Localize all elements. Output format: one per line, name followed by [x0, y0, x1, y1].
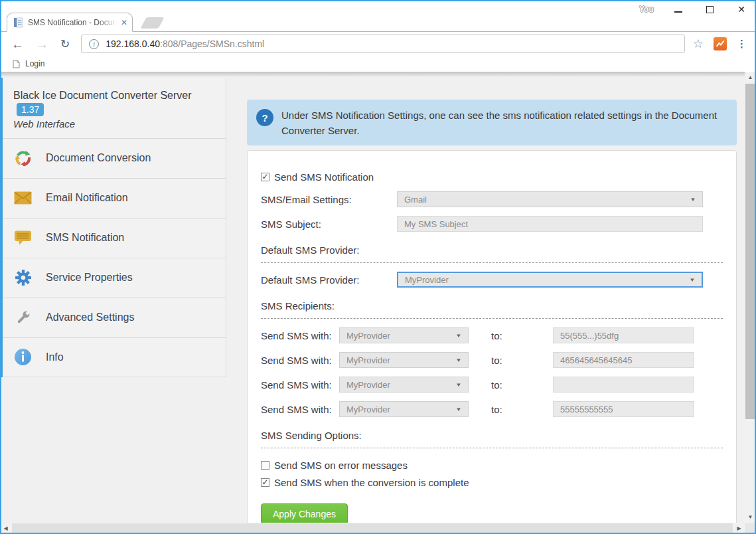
send-sms-on-complete-label: Send SMS when the conversion is complete	[274, 477, 469, 488]
recipient-number-input[interactable]	[553, 327, 694, 343]
send-sms-with-label: Send SMS with:	[261, 355, 334, 366]
back-icon[interactable]: ←	[11, 38, 24, 50]
envelope-icon	[14, 189, 32, 207]
sms-subject-label: SMS Subject:	[261, 219, 397, 230]
recipient-row: Send SMS with: MyProvider ▼ to:	[261, 327, 723, 343]
check-icon: ✓	[262, 478, 268, 486]
send-sms-with-label: Send SMS with:	[261, 379, 334, 391]
recipient-provider-value: MyProvider	[346, 404, 390, 414]
recipient-number-input[interactable]	[553, 401, 694, 417]
wrench-icon	[14, 309, 32, 327]
minimize-icon[interactable]	[674, 11, 682, 13]
sidebar-item-label: Service Properties	[46, 272, 133, 284]
browser-menu-icon[interactable]: ⋮	[737, 38, 747, 50]
sms-bubble-icon	[14, 229, 32, 247]
tab-title: SMS Notification - Docur	[28, 18, 118, 27]
maximize-icon[interactable]	[706, 6, 714, 13]
sidebar-item-label: Email Notification	[46, 192, 128, 204]
recipient-provider-dropdown[interactable]: MyProvider ▼	[339, 352, 469, 368]
vertical-scrollbar-thumb[interactable]	[745, 84, 755, 419]
reload-icon[interactable]: ↻	[60, 39, 70, 50]
conversion-arrows-icon	[14, 149, 32, 167]
recipient-number-input[interactable]	[553, 377, 694, 393]
sidebar-item-email-notification[interactable]: Email Notification	[3, 178, 226, 218]
to-label: to:	[491, 355, 553, 366]
new-tab-button[interactable]	[140, 17, 164, 29]
sidebar-item-document-conversion[interactable]: Document Conversion	[3, 138, 226, 178]
forward-icon[interactable]: →	[36, 38, 48, 50]
extension-icon[interactable]	[714, 37, 727, 50]
app-title: Black Ice Document Converter Server	[13, 90, 192, 101]
browser-toolbar: ← → ↻ i 192.168.0.40 :808/Pages/SMSn.csh…	[0, 31, 756, 56]
sms-email-settings-value: Gmail	[404, 195, 427, 205]
recipient-provider-value: MyProvider	[346, 331, 390, 341]
to-label: to:	[491, 330, 553, 341]
sidebar-item-info[interactable]: Info	[3, 337, 226, 377]
send-sms-with-label: Send SMS with:	[261, 404, 334, 415]
sms-email-settings-dropdown[interactable]: Gmail ▼	[397, 191, 703, 207]
sidebar-item-advanced-settings[interactable]: Advanced Settings	[3, 298, 226, 337]
send-sms-notification-label: Send SMS Notification	[274, 171, 374, 183]
sms-subject-input[interactable]	[397, 216, 703, 232]
recipient-row: Send SMS with: MyProvider ▼ to:	[261, 401, 723, 417]
recipient-row: Send SMS with: MyProvider ▼ to:	[261, 352, 723, 368]
tab-close-icon[interactable]: ✕	[121, 18, 127, 27]
send-sms-on-error-row: ✓ Send SMS on error messages	[261, 460, 723, 471]
close-icon[interactable]: ✕	[737, 5, 745, 14]
page-icon	[13, 60, 20, 68]
page-info-icon[interactable]: i	[89, 39, 99, 49]
scrollbar-corner	[745, 523, 756, 534]
chevron-down-icon: ▼	[455, 357, 462, 363]
send-sms-on-complete-checkbox[interactable]: ✓	[261, 478, 269, 487]
default-provider-row: Default SMS Provider: MyProvider ▼	[261, 272, 723, 288]
profile-name[interactable]: You	[639, 5, 654, 14]
section-divider	[261, 262, 723, 263]
apply-changes-button[interactable]: Apply Changes	[261, 503, 348, 525]
scroll-right-icon[interactable]: ▶	[733, 523, 745, 534]
send-sms-with-label: Send SMS with:	[261, 330, 334, 341]
recipient-provider-value: MyProvider	[346, 380, 390, 390]
scroll-up-icon[interactable]: ▲	[745, 72, 756, 83]
sms-subject-row: SMS Subject:	[261, 216, 723, 232]
sending-options-section-title: SMS Sending Options:	[261, 430, 723, 441]
horizontal-scrollbar-thumb[interactable]	[12, 523, 733, 533]
recipient-provider-dropdown[interactable]: MyProvider ▼	[339, 377, 469, 393]
horizontal-scrollbar[interactable]: ◀ ▶	[0, 523, 745, 534]
default-provider-dropdown[interactable]: MyProvider ▼	[397, 272, 703, 288]
bookmark-star-icon[interactable]: ☆	[693, 37, 704, 51]
sidebar-item-label: Info	[46, 351, 64, 363]
recipient-provider-dropdown[interactable]: MyProvider ▼	[339, 327, 469, 343]
gear-icon	[14, 269, 32, 287]
section-divider	[261, 448, 723, 448]
default-provider-label: Default SMS Provider:	[261, 274, 397, 286]
send-sms-notification-row: ✓ Send SMS Notification	[261, 171, 723, 183]
browser-titlebar: SMS Notification - Docur ✕ You ✕	[0, 0, 756, 31]
bookmarks-bar: Login	[0, 56, 756, 72]
chevron-down-icon: ▼	[689, 277, 696, 283]
bookmark-login[interactable]: Login	[9, 59, 48, 68]
address-bar[interactable]: i 192.168.0.40 :808/Pages/SMSn.cshtml	[81, 35, 685, 53]
chevron-down-icon: ▼	[455, 406, 462, 412]
send-sms-on-error-label: Send SMS on error messages	[274, 460, 408, 471]
question-icon: ?	[256, 109, 273, 126]
help-banner-text: Under SMS Notification Settings, one can…	[281, 107, 723, 138]
recipient-number-input[interactable]	[553, 352, 694, 368]
tab-favicon-document-icon	[13, 17, 23, 28]
vertical-scrollbar[interactable]: ▲ ▼	[745, 72, 756, 523]
send-sms-notification-checkbox[interactable]: ✓	[261, 173, 269, 181]
recipient-provider-dropdown[interactable]: MyProvider ▼	[339, 401, 469, 417]
scroll-left-icon[interactable]: ◀	[0, 523, 11, 534]
main-content: ? Under SMS Notification Settings, one c…	[247, 72, 737, 534]
sidebar-header: Black Ice Document Converter Server 1.37…	[3, 78, 226, 138]
sidebar-item-sms-notification[interactable]: SMS Notification	[3, 218, 226, 258]
send-sms-on-error-checkbox[interactable]: ✓	[261, 461, 269, 470]
default-provider-value: MyProvider	[405, 275, 449, 285]
check-icon: ✓	[262, 173, 268, 181]
sidebar-item-service-properties[interactable]: Service Properties	[3, 258, 226, 298]
browser-tab[interactable]: SMS Notification - Docur ✕	[7, 13, 133, 32]
sidebar-item-label: Document Conversion	[46, 152, 151, 164]
url-path: :808/Pages/SMSn.cshtml	[160, 39, 264, 49]
chevron-down-icon: ▼	[690, 197, 696, 203]
recipient-provider-value: MyProvider	[346, 355, 390, 365]
scroll-down-icon[interactable]: ▼	[745, 511, 756, 523]
